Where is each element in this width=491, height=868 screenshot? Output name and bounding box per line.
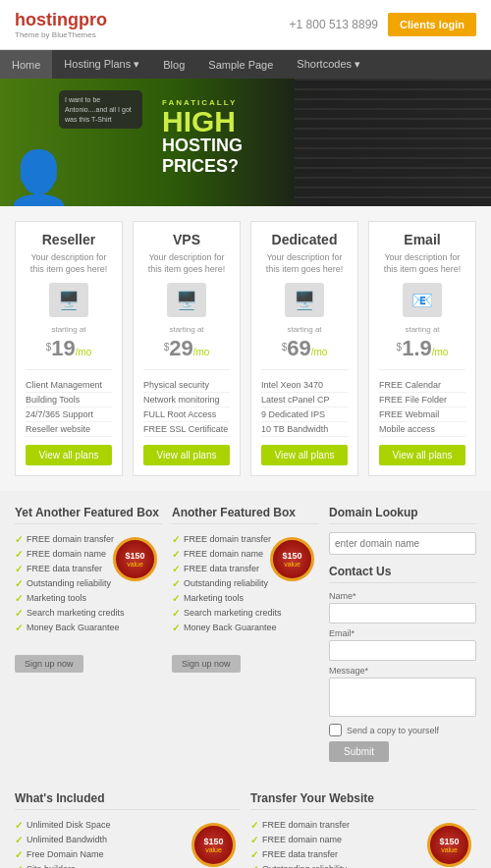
pricing-vps: VPS Your description for this item goes …: [133, 221, 241, 476]
right-column: Domain Lookup Contact Us Name* Email* Me…: [329, 506, 476, 762]
reseller-title: Reseller: [26, 232, 112, 247]
reseller-features: Client Management Building Tools 24/7/36…: [26, 369, 112, 437]
email-label: Email*: [329, 628, 476, 638]
logo: hostingpro Theme by BlueThemes: [15, 10, 107, 39]
dedicated-title: Dedicated: [261, 232, 348, 247]
email-icon: 📧: [403, 283, 442, 317]
list-item: ✓ Search marketing credits: [15, 606, 162, 621]
copy-checkbox-group: Send a copy to yourself: [329, 724, 476, 736]
transfer-website-box: Transfer Your Website ✓ FREE domain tran…: [250, 791, 476, 868]
nav-blog[interactable]: Blog: [151, 50, 196, 79]
header-right: +1 800 513 8899 Clients login: [290, 13, 476, 36]
vps-features: Physical security Network monitoring FUL…: [143, 369, 230, 437]
vps-desc: Your description for this item goes here…: [143, 252, 230, 275]
navigation: Home Hosting Plans ▾ Blog Sample Page Sh…: [0, 50, 491, 79]
featured-box-2-content: ✓ FREE domain transfer ✓ FREE domain nam…: [172, 532, 319, 635]
feature-item: 24/7/365 Support: [26, 407, 112, 422]
contact-us: Contact Us Name* Email* Message* Send a …: [329, 565, 476, 762]
clients-login-button[interactable]: Clients login: [388, 13, 476, 36]
email-desc: Your description for this item goes here…: [379, 252, 465, 275]
reseller-desc: Your description for this item goes here…: [26, 252, 112, 275]
feature-item: Building Tools: [26, 393, 112, 407]
dedicated-icon: 🖥️: [285, 283, 324, 317]
contact-us-title: Contact Us: [329, 565, 476, 583]
feature-item: Latest cPanel CP: [261, 393, 348, 407]
featured-box-1-content: ✓ FREE domain transfer ✓ FREE domain nam…: [15, 532, 162, 635]
copy-checkbox[interactable]: [329, 724, 342, 736]
name-label: Name*: [329, 591, 476, 601]
nav-home[interactable]: Home: [0, 50, 52, 79]
email-features: FREE Calendar FREE File Folder FREE Webm…: [379, 369, 465, 437]
pricing-dedicated: Dedicated Your description for this item…: [250, 221, 358, 476]
feature-item: Network monitoring: [143, 393, 230, 407]
transfer-website-content: ✓ FREE domain transfer ✓ FREE domain nam…: [250, 818, 476, 868]
email-input[interactable]: [329, 640, 476, 661]
vps-price: $29/mo: [143, 336, 230, 361]
list-item: ✓ Money Back Guarantee: [15, 621, 162, 635]
feature-item: 10 TB Bandwidth: [261, 422, 348, 437]
featured-box-2-signup-button[interactable]: Sign up now: [172, 655, 241, 673]
phone-number: +1 800 513 8899: [290, 18, 378, 31]
name-input[interactable]: [329, 603, 476, 624]
reseller-view-plans-button[interactable]: View all plans: [26, 445, 112, 465]
hero-bubble: I want to be Antonio....and all I got wa…: [59, 90, 142, 129]
hero-banner: 👤 I want to be Antonio....and all I got …: [0, 79, 491, 206]
feature-item: Reseller website: [26, 422, 112, 437]
whats-included-content: ✓ Unlimited Disk Space ✓ Unlimited Bandw…: [15, 818, 241, 868]
feature-item: Physical security: [143, 378, 230, 393]
message-label: Message*: [329, 666, 476, 676]
email-field-group: Email*: [329, 628, 476, 661]
featured-box-1-title: Yet Another Featured Box: [15, 506, 162, 524]
feature-item: FREE File Folder: [379, 393, 465, 407]
dedicated-view-plans-button[interactable]: View all plans: [261, 445, 348, 465]
hero-servers: [295, 79, 491, 206]
list-item: ✓ Search marketing credits: [172, 606, 319, 621]
hero-person: 👤: [5, 152, 73, 206]
message-textarea[interactable]: [329, 678, 476, 717]
whats-included-box: What's Included ✓ Unlimited Disk Space ✓…: [15, 791, 241, 868]
pricing-email: Email Your description for this item goe…: [368, 221, 476, 476]
dedicated-price: $69/mo: [261, 336, 348, 361]
features-section: Yet Another Featured Box ✓ FREE domain t…: [0, 491, 491, 777]
domain-search-input[interactable]: [329, 532, 476, 555]
pricing-section: Reseller Your description for this item …: [0, 206, 491, 491]
vps-title: VPS: [143, 232, 230, 247]
whats-included-title: What's Included: [15, 791, 241, 810]
dedicated-features: Intel Xeon 3470 Latest cPanel CP 9 Dedic…: [261, 369, 348, 437]
domain-lookup: Domain Lookup: [329, 506, 476, 555]
featured-box-2-title: Another Featured Box: [172, 506, 319, 524]
feature-item: FULL Root Access: [143, 407, 230, 422]
hero-text: FANATICALLY HIGH HOSTING PRICES?: [152, 79, 252, 196]
email-price: $1.9/mo: [379, 336, 465, 361]
vps-view-plans-button[interactable]: View all plans: [143, 445, 230, 465]
message-field-group: Message*: [329, 666, 476, 719]
featured-box-2: Another Featured Box ✓ FREE domain trans…: [172, 506, 319, 762]
list-item: ✓ Marketing tools: [15, 591, 162, 606]
feature-item: Mobile access: [379, 422, 465, 437]
email-view-plans-button[interactable]: View all plans: [379, 445, 465, 465]
feature-item: FREE Webmail: [379, 407, 465, 422]
feature-item: FREE SSL Certificate: [143, 422, 230, 437]
list-item: ✓ Marketing tools: [172, 591, 319, 606]
feature-item: FREE Calendar: [379, 378, 465, 393]
pricing-grid: Reseller Your description for this item …: [15, 221, 476, 476]
pricing-reseller: Reseller Your description for this item …: [15, 221, 123, 476]
dedicated-desc: Your description for this item goes here…: [261, 252, 348, 275]
featured-box-1-signup-button[interactable]: Sign up now: [15, 655, 83, 673]
vps-icon: 🖥️: [167, 283, 206, 317]
submit-button[interactable]: Submit: [329, 741, 389, 762]
domain-lookup-title: Domain Lookup: [329, 506, 476, 524]
nav-sample-page[interactable]: Sample Page: [196, 50, 285, 79]
feature-item: 9 Dedicated IPS: [261, 407, 348, 422]
feature-item: Intel Xeon 3470: [261, 378, 348, 393]
header: hostingpro Theme by BlueThemes +1 800 51…: [0, 0, 491, 50]
nav-hosting-plans[interactable]: Hosting Plans ▾: [52, 50, 151, 79]
feature-item: Client Management: [26, 378, 112, 393]
transfer-website-title: Transfer Your Website: [250, 791, 476, 810]
list-item: ✓ Money Back Guarantee: [172, 621, 319, 635]
reseller-price: $19/mo: [26, 336, 112, 361]
email-title: Email: [379, 232, 465, 247]
copy-label: Send a copy to yourself: [347, 726, 439, 735]
nav-shortcodes[interactable]: Shortcodes ▾: [285, 50, 372, 79]
name-field-group: Name*: [329, 591, 476, 624]
